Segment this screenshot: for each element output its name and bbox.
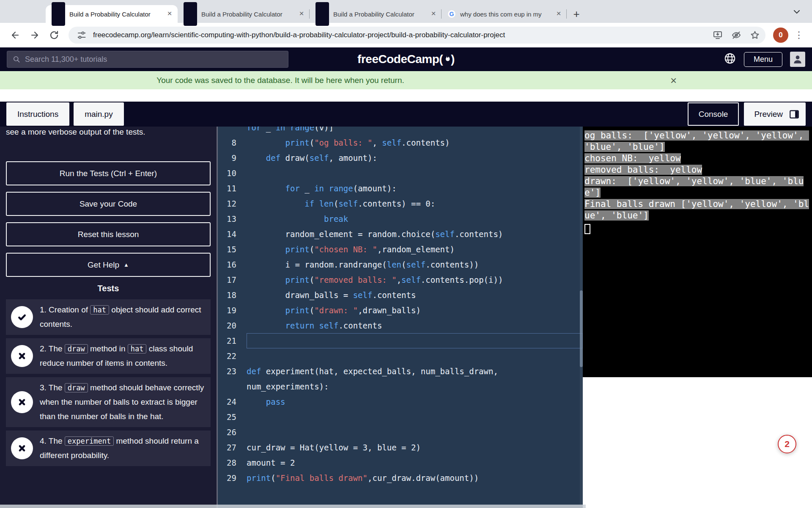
console-button[interactable]: Console bbox=[688, 102, 739, 126]
test-item: 3. The draw method should behave correct… bbox=[6, 377, 211, 427]
code-line[interactable]: 28amount = 2 bbox=[218, 455, 583, 470]
browser-tab-1[interactable]: Build a Probability Calculator × bbox=[46, 5, 178, 23]
line-number: 11 bbox=[218, 181, 247, 196]
test-failed-icon bbox=[11, 391, 33, 413]
url-text: freecodecamp.org/learn/scientific-comput… bbox=[93, 31, 706, 39]
tab-main-py[interactable]: main.py bbox=[74, 102, 124, 126]
code-line[interactable]: 29print("Final balls drawn",cur_draw.dra… bbox=[218, 470, 583, 486]
flash-close-icon[interactable]: × bbox=[670, 75, 677, 86]
line-number: 17 bbox=[218, 272, 247, 287]
tab-close-icon[interactable]: × bbox=[554, 9, 563, 19]
code-line[interactable]: 11 for _ in range(amount): bbox=[218, 181, 583, 196]
code-line[interactable]: for _ in range(v)] bbox=[218, 127, 583, 135]
tests-heading: Tests bbox=[6, 284, 211, 293]
tab-list-chevron-icon[interactable] bbox=[792, 7, 802, 17]
code-line[interactable]: 20 return self.contents bbox=[218, 318, 583, 333]
code-line[interactable]: 10 bbox=[218, 166, 583, 181]
tab-title: Build a Probability Calculator bbox=[201, 11, 293, 18]
menu-button[interactable]: Menu bbox=[744, 52, 782, 67]
forward-icon[interactable] bbox=[26, 27, 43, 44]
test-item: 4. The experiment method should return a… bbox=[6, 431, 211, 466]
tab-instructions[interactable]: Instructions bbox=[6, 102, 69, 126]
tab-title: Build a Probability Calculator bbox=[69, 11, 161, 18]
line-number: 26 bbox=[218, 425, 247, 440]
line-number: 10 bbox=[218, 166, 247, 181]
notification-badge[interactable]: 2 bbox=[778, 435, 796, 453]
test-description: 1. Creation of hat object should add cor… bbox=[40, 303, 206, 331]
code-line[interactable]: 22 bbox=[218, 348, 583, 364]
code-line[interactable]: 13 break bbox=[218, 211, 583, 226]
person-icon bbox=[792, 54, 803, 65]
code-line[interactable]: 23def experiment(hat, expected_balls, nu… bbox=[218, 364, 583, 394]
code-line[interactable]: 8 print("og balls: ", self.contents) bbox=[218, 135, 583, 150]
code-line[interactable]: 14 random_element = random.choice(self.c… bbox=[218, 226, 583, 242]
new-tab-button[interactable]: + bbox=[569, 7, 584, 21]
freecodecamp-logo: freeCodeCamp() bbox=[357, 52, 455, 66]
code-line[interactable]: 17 print("removed balls: ",self.contents… bbox=[218, 272, 583, 287]
console-pane[interactable]: og balls: ['yellow', 'yellow', 'yellow',… bbox=[583, 127, 812, 508]
run-tests-button[interactable]: Run the Tests (Ctrl + Enter) bbox=[6, 161, 211, 185]
horizontal-scrollbar[interactable] bbox=[0, 505, 586, 508]
browser-tab-4[interactable]: G why does this com eup in my × bbox=[442, 5, 567, 23]
install-icon[interactable] bbox=[710, 28, 725, 42]
code-line[interactable]: 24 pass bbox=[218, 394, 583, 409]
line-number: 21 bbox=[218, 333, 247, 348]
code-line[interactable]: 26 bbox=[218, 425, 583, 440]
browser-menu-kebab-icon[interactable]: ⋮ bbox=[793, 30, 805, 41]
console-viewport[interactable]: og balls: ['yellow', 'yellow', 'yellow',… bbox=[583, 127, 812, 377]
caret-up-icon: ▲ bbox=[123, 262, 129, 268]
reload-icon[interactable] bbox=[46, 27, 63, 44]
fcc-header: freeCodeCamp() Menu bbox=[0, 47, 812, 71]
save-code-button[interactable]: Save your Code bbox=[6, 192, 211, 216]
code-line[interactable]: 25 bbox=[218, 409, 583, 425]
freecodecamp-favicon-icon bbox=[184, 2, 197, 26]
back-icon[interactable] bbox=[7, 27, 24, 44]
test-item: 2. The draw method in hat class should r… bbox=[6, 338, 211, 374]
freecodecamp-favicon-icon bbox=[52, 2, 65, 26]
test-description: 2. The draw method in hat class should r… bbox=[40, 342, 206, 370]
globe-icon[interactable] bbox=[724, 52, 736, 66]
line-number: 8 bbox=[218, 135, 247, 150]
tune-icon[interactable] bbox=[74, 28, 89, 42]
line-number: 24 bbox=[218, 394, 247, 409]
reset-lesson-button[interactable]: Reset this lesson bbox=[6, 222, 211, 246]
tab-close-icon[interactable]: × bbox=[297, 9, 306, 19]
browser-navbar: freecodecamp.org/learn/scientific-comput… bbox=[0, 23, 812, 47]
code-line[interactable]: 18 drawn_balls = self.contents bbox=[218, 287, 583, 303]
code-line[interactable]: 12 if len(self.contents) == 0: bbox=[218, 196, 583, 211]
code-line[interactable]: 9 def draw(self, amount): bbox=[218, 150, 583, 166]
google-favicon-icon: G bbox=[447, 10, 456, 18]
bookmark-star-icon[interactable] bbox=[748, 28, 762, 42]
test-description: 4. The experiment method should return a… bbox=[40, 434, 206, 463]
line-number: 16 bbox=[218, 257, 247, 272]
line-number: 15 bbox=[218, 242, 247, 257]
browser-tab-3[interactable]: Build a Probability Calculator × bbox=[310, 5, 442, 23]
tab-close-icon[interactable]: × bbox=[429, 9, 438, 19]
code-line[interactable]: 21 bbox=[218, 333, 583, 348]
get-help-label: Get Help bbox=[88, 260, 119, 270]
browser-tab-2[interactable]: Build a Probability Calculator × bbox=[178, 5, 310, 23]
test-failed-icon bbox=[11, 437, 33, 459]
eye-off-icon[interactable] bbox=[729, 28, 743, 42]
tab-title: why does this com eup in my bbox=[460, 11, 550, 18]
tab-close-icon[interactable]: × bbox=[165, 9, 174, 19]
code-line[interactable]: 27cur_draw = Hat(yellow = 3, blue = 2) bbox=[218, 440, 583, 455]
preview-label: Preview bbox=[754, 110, 783, 119]
scrollbar-thumb[interactable] bbox=[580, 290, 583, 367]
url-bar[interactable]: freecodecamp.org/learn/scientific-comput… bbox=[69, 27, 765, 44]
fcc-search-box[interactable] bbox=[7, 51, 288, 68]
search-input[interactable] bbox=[25, 55, 283, 64]
user-avatar[interactable] bbox=[790, 52, 805, 67]
line-number: 19 bbox=[218, 303, 247, 318]
code-line[interactable]: 19 print("drawn: ",drawn_balls) bbox=[218, 303, 583, 318]
code-editor[interactable]: for _ in range(v)]8 print("og balls: ", … bbox=[218, 127, 583, 508]
code-line[interactable]: 16 i = random.randrange(len(self.content… bbox=[218, 257, 583, 272]
browser-profile-avatar[interactable]: 0 bbox=[773, 28, 788, 43]
editor-scrollbar[interactable] bbox=[580, 127, 583, 508]
logo-text: freeCodeCamp( bbox=[357, 52, 443, 66]
browser-tab-strip: Build a Probability Calculator × Build a… bbox=[0, 0, 812, 23]
get-help-button[interactable]: Get Help ▲ bbox=[6, 253, 211, 277]
line-number: 22 bbox=[218, 348, 247, 364]
code-line[interactable]: 15 print("chosen NB: ",random_element) bbox=[218, 242, 583, 257]
preview-button[interactable]: Preview bbox=[744, 102, 806, 126]
